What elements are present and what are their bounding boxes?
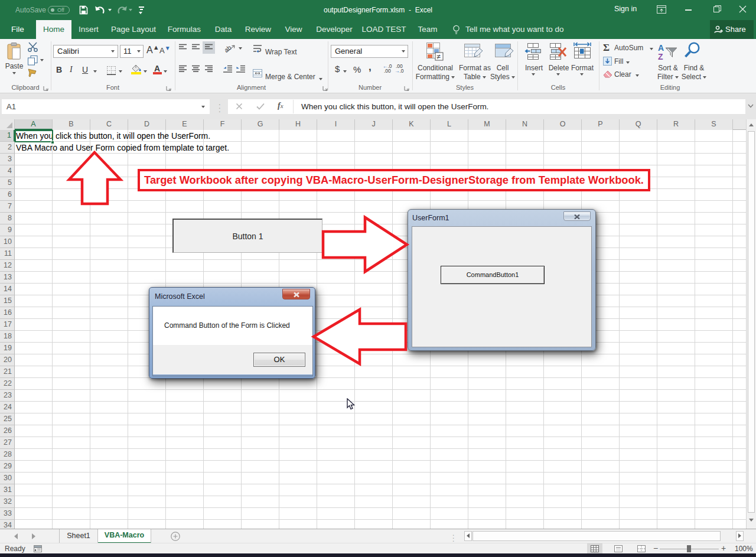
svg-text:A: A — [658, 43, 664, 53]
svg-text:≠: ≠ — [437, 53, 441, 61]
svg-text:ab: ab — [225, 44, 233, 53]
svg-text:Z: Z — [658, 52, 663, 60]
